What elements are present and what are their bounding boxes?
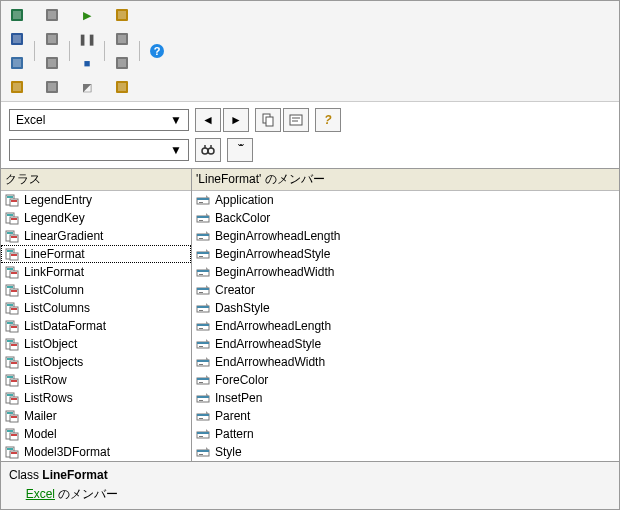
member-item[interactable]: Creator <box>192 281 619 299</box>
svg-rect-129 <box>199 274 203 275</box>
show-search-results-button[interactable]: ˇˇ <box>227 138 253 162</box>
separator <box>104 41 105 61</box>
class-item[interactable]: ListObjects <box>1 353 191 371</box>
help-icon[interactable]: ? <box>145 39 169 63</box>
paste-icon[interactable] <box>5 75 29 99</box>
class-item[interactable]: LinkFormat <box>1 263 191 281</box>
copy-button[interactable] <box>255 108 281 132</box>
sheet-icon[interactable] <box>40 3 64 27</box>
member-item-label: EndArrowheadLength <box>215 319 331 333</box>
member-item[interactable]: EndArrowheadStyle <box>192 335 619 353</box>
svg-rect-80 <box>7 394 13 396</box>
stop-icon[interactable]: ■ <box>75 51 99 75</box>
class-item[interactable]: LineFormat <box>1 245 191 263</box>
run-icon[interactable]: ▶ <box>75 3 99 27</box>
member-item[interactable]: DashStyle <box>192 299 619 317</box>
svg-rect-17 <box>118 11 126 19</box>
module-icon[interactable] <box>40 27 64 51</box>
member-item[interactable]: BackColor <box>192 209 619 227</box>
member-item[interactable]: EndArrowheadWidth <box>192 353 619 371</box>
form-icon[interactable] <box>40 51 64 75</box>
svg-rect-156 <box>199 436 203 437</box>
svg-rect-54 <box>11 272 17 274</box>
svg-rect-74 <box>11 362 17 364</box>
class-item[interactable]: Model3DFormat <box>1 443 191 461</box>
member-item[interactable]: BeginArrowheadWidth <box>192 263 619 281</box>
svg-rect-123 <box>199 238 203 239</box>
svg-rect-86 <box>11 416 17 418</box>
svg-rect-152 <box>197 414 209 416</box>
svg-rect-159 <box>199 454 203 455</box>
svg-rect-150 <box>199 400 203 401</box>
search-input[interactable] <box>14 142 168 158</box>
classes-pane: クラス LegendEntryLegendKeyLinearGradientLi… <box>1 169 192 461</box>
details-classname: LineFormat <box>42 468 107 482</box>
svg-text:?: ? <box>154 45 161 57</box>
svg-rect-92 <box>7 448 13 450</box>
class-item[interactable]: ListRows <box>1 389 191 407</box>
class-item-label: LegendKey <box>24 211 85 225</box>
member-item[interactable]: Application <box>192 191 619 209</box>
nav-forward-button[interactable]: ► <box>223 108 249 132</box>
class-item[interactable]: LegendEntry <box>1 191 191 209</box>
member-item[interactable]: Style <box>192 443 619 461</box>
properties-icon[interactable] <box>110 27 134 51</box>
separator <box>69 41 70 61</box>
svg-rect-137 <box>197 324 209 326</box>
svg-rect-21 <box>118 59 126 67</box>
class-item[interactable]: ListColumn <box>1 281 191 299</box>
members-list[interactable]: ApplicationBackColorBeginArrowheadLength… <box>192 191 619 461</box>
class-item[interactable]: LegendKey <box>1 209 191 227</box>
class-item[interactable]: Mailer <box>1 407 191 425</box>
search-combo[interactable]: ▼ <box>9 139 189 161</box>
svg-rect-116 <box>197 198 209 200</box>
save-icon[interactable] <box>5 51 29 75</box>
class-item-label: ListDataFormat <box>24 319 106 333</box>
svg-rect-126 <box>199 256 203 257</box>
library-input[interactable] <box>14 112 158 128</box>
svg-rect-140 <box>197 342 209 344</box>
svg-rect-70 <box>11 344 17 346</box>
details-library-link[interactable]: Excel <box>26 487 55 501</box>
svg-rect-68 <box>7 340 13 342</box>
svg-rect-143 <box>197 360 209 362</box>
class-item[interactable]: ListRow <box>1 371 191 389</box>
member-item[interactable]: InsetPen <box>192 389 619 407</box>
svg-rect-128 <box>197 270 209 272</box>
toolbox-icon[interactable] <box>110 75 134 99</box>
browser-icon[interactable] <box>110 51 134 75</box>
library-combo[interactable]: ▼ <box>9 109 189 131</box>
svg-rect-9 <box>48 11 56 19</box>
class-icon[interactable] <box>40 75 64 99</box>
excel-icon[interactable] <box>5 3 29 27</box>
word-icon[interactable] <box>5 27 29 51</box>
chevron-down-icon[interactable]: ▼ <box>168 143 184 157</box>
view-definition-button[interactable] <box>283 108 309 132</box>
svg-rect-88 <box>7 430 13 432</box>
help-button[interactable]: ? <box>315 108 341 132</box>
class-item[interactable]: ListColumns <box>1 299 191 317</box>
svg-rect-117 <box>199 202 203 203</box>
design-icon[interactable]: ◩ <box>75 75 99 99</box>
member-item[interactable]: EndArrowheadLength <box>192 317 619 335</box>
class-item[interactable]: LinearGradient <box>1 227 191 245</box>
member-item[interactable]: Pattern <box>192 425 619 443</box>
svg-rect-40 <box>7 214 13 216</box>
member-item[interactable]: ForeColor <box>192 371 619 389</box>
class-item[interactable]: Model <box>1 425 191 443</box>
class-item[interactable]: ListDataFormat <box>1 317 191 335</box>
svg-rect-1 <box>13 11 21 19</box>
svg-rect-23 <box>118 83 126 91</box>
chevron-down-icon[interactable]: ▼ <box>168 113 184 127</box>
pause-icon[interactable]: ❚❚ <box>75 27 99 51</box>
binoculars-icon[interactable] <box>195 138 221 162</box>
classes-list[interactable]: LegendEntryLegendKeyLinearGradientLineFo… <box>1 191 191 461</box>
class-item[interactable]: ListObject <box>1 335 191 353</box>
nav-back-button[interactable]: ◄ <box>195 108 221 132</box>
svg-rect-90 <box>11 434 17 436</box>
member-item[interactable]: BeginArrowheadLength <box>192 227 619 245</box>
project-icon[interactable] <box>110 3 134 27</box>
class-item-label: ListObject <box>24 337 77 351</box>
member-item[interactable]: Parent <box>192 407 619 425</box>
member-item[interactable]: BeginArrowheadStyle <box>192 245 619 263</box>
